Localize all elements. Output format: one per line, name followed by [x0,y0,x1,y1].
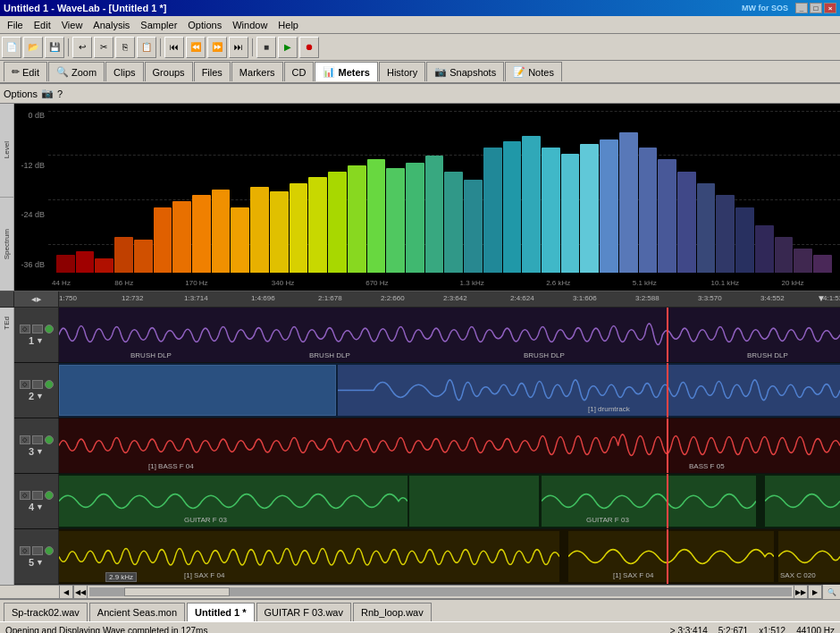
maximize-btn[interactable]: □ [810,3,822,13]
track-content-2[interactable]: [1] drumtrack [59,363,840,418]
tab-edit[interactable]: ✏ Edit [4,62,47,81]
scroll-track[interactable] [89,587,792,596]
track-1-diamond[interactable]: ◇ [20,325,30,333]
toolbar-record[interactable]: ⏺ [299,37,319,58]
menu-analysis[interactable]: Analysis [88,18,135,32]
toolbar-new[interactable]: 📄 [2,37,21,58]
tab-files[interactable]: Files [194,62,231,81]
camera-icon[interactable]: 📷 [41,88,54,99]
status-left-text: Opening and Displaying Wave completed in… [5,626,207,633]
track-3-active[interactable] [45,435,54,444]
toolbar-cut[interactable]: ✂ [94,37,113,58]
tab-markers[interactable]: Markers [231,62,283,81]
time-1: 1:750 [59,294,77,302]
db-label-36: -36 dB [18,260,45,269]
menu-file[interactable]: File [2,18,29,32]
freq-340hz: 340 Hz [272,279,294,287]
track-2-playhead [667,363,668,418]
toolbar-save[interactable]: 💾 [45,37,64,58]
toolbar-copy[interactable]: ⎘ [115,37,135,58]
track-3-mute[interactable] [32,435,43,444]
status-cursor: 5:2:671 [718,626,748,633]
spectrum-bar-34 [716,195,735,273]
track-5-diamond[interactable]: ◇ [20,546,30,555]
spectrum-section: Level Spectrum 0 dB -12 dB -24 dB -36 dB… [0,104,840,291]
track-content-4[interactable]: GUITAR F 03 GUITAR F 03 [59,474,840,528]
track-5-arrow[interactable]: ▼ [36,558,44,567]
minimize-btn[interactable]: _ [795,3,808,13]
track-3-diamond[interactable]: ◇ [20,435,30,444]
toolbar-end[interactable]: ⏭ [229,37,248,58]
toolbar: 📄 📂 💾 ↩ ✂ ⎘ 📋 ⏮ ⏪ ⏩ ⏭ ■ ▶ ⏺ [0,34,840,61]
timeline-ruler[interactable]: ◀ ▶ 1:750 12:732 1:3:714 1:4:696 2:1:678… [0,291,840,308]
time-8: 2:4:624 [510,294,534,302]
tab-history[interactable]: History [379,62,425,81]
scroll-left2-btn[interactable]: ◀◀ [73,585,88,599]
tab-clips[interactable]: Clips [105,62,143,81]
tab-cd[interactable]: CD [284,62,315,81]
spectrum-bar-12 [290,183,308,273]
track-2-diamond[interactable]: ◇ [20,380,30,389]
toolbar-fwd[interactable]: ⏩ [207,37,227,58]
scroll-right-btn[interactable]: ▶ [808,585,822,599]
menu-sampler[interactable]: Sampler [135,18,182,32]
track-1-mute[interactable] [32,325,43,333]
track-content-5[interactable]: [1] SAX F 04 [1] SAX F 04 SAX C 020 [59,529,840,584]
track-1-arrow[interactable]: ▼ [36,336,44,345]
options-label[interactable]: Options [4,89,38,99]
track-3-playhead [667,418,668,473]
tab-snapshots[interactable]: 📷 Snapshots [426,62,504,81]
track-1-active[interactable] [45,325,54,333]
track-4-gap [409,476,539,527]
track-2-active[interactable] [45,380,54,389]
menu-options[interactable]: Options [182,18,227,32]
track-4-diamond[interactable]: ◇ [20,491,30,500]
spectrum-canvas[interactable]: 44 Hz 86 Hz 170 Hz 340 Hz 670 Hz 1.3 kHz… [48,104,840,291]
toolbar-stop[interactable]: ■ [256,37,276,58]
track-content-3[interactable]: [1] BASS F 04 BASS F 05 [59,418,840,473]
menu-edit[interactable]: Edit [29,18,56,32]
file-tab-untitled[interactable]: Untitled 1 * [187,603,254,621]
spectrum-bar-13 [308,177,327,273]
menu-help[interactable]: Help [273,18,304,32]
scroll-left-btn[interactable]: ◀ [59,585,73,599]
toolbar-play[interactable]: ▶ [278,37,298,58]
track-5-active[interactable] [45,546,54,555]
file-tab-ancient-label: Ancient Seas.mon [97,607,177,618]
scroll-zoom-btn[interactable]: 🔍 [822,585,840,599]
tab-notes[interactable]: 📝 Notes [505,62,562,81]
track-5-mute[interactable] [32,546,43,555]
track-2-arrow[interactable]: ▼ [36,392,44,401]
track-3-arrow[interactable]: ▼ [36,447,44,456]
file-tab-guitar[interactable]: GUITAR F 03.wav [256,603,351,621]
track-4-arrow[interactable]: ▼ [36,502,44,511]
close-btn[interactable]: × [824,3,836,13]
file-tab-sptrack[interactable]: Sp-track02.wav [4,603,88,621]
tab-meters[interactable]: 📊 Meters [315,62,377,81]
track-5-clip-3-label: SAX C 020 [780,571,816,579]
toolbar-paste[interactable]: 📋 [137,37,156,58]
track-2-mute[interactable] [32,380,43,389]
help-icon[interactable]: ? [57,89,63,99]
file-tab-ancient[interactable]: Ancient Seas.mon [89,603,185,621]
spectrum-bar-6 [172,201,191,273]
track-4-mute[interactable] [32,491,43,500]
spectrum-bar-7 [192,195,211,273]
scroll-right2-btn[interactable]: ▶▶ [794,585,808,599]
menu-window[interactable]: Window [227,18,273,32]
toolbar-undo[interactable]: ↩ [72,37,92,58]
track-ctrl-4: ◇ 4 ▼ [14,474,59,528]
toolbar-back[interactable]: ⏪ [186,37,206,58]
tab-zoom[interactable]: 🔍 Zoom [48,62,105,81]
track-content-1[interactable]: BRUSH DLP BRUSH DLP BRUSH DLP BRUSH DLP [59,308,840,362]
tab-groups[interactable]: Groups [145,62,193,81]
toolbar-open[interactable]: 📂 [23,37,43,58]
track-5-top-btns: ◇ [20,546,54,555]
freq-86hz: 86 Hz [114,279,133,287]
tab-edit-icon: ✏ [12,66,20,78]
toolbar-rewind[interactable]: ⏮ [164,37,184,58]
menu-view[interactable]: View [56,18,88,32]
scroll-thumb[interactable] [124,587,230,596]
file-tab-rnb[interactable]: Rnb_loop.wav [353,603,432,621]
track-4-active[interactable] [45,491,54,500]
